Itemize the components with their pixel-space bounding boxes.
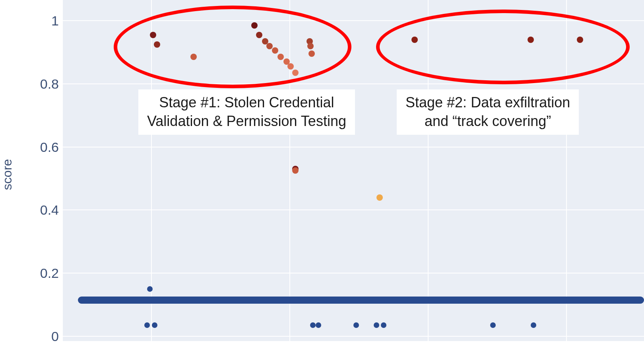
stage2-line2: and “track covering”: [425, 113, 551, 129]
y-tick-0.4: 0.4: [40, 202, 59, 218]
y-tick-0.2: 0.2: [40, 266, 59, 281]
baseline-dense-band: [78, 297, 644, 304]
data-point: [316, 322, 321, 328]
stage1-line1: Stage #1: Stolen Credential: [159, 94, 334, 111]
y-tick-0.8: 0.8: [40, 76, 59, 92]
data-point: [531, 322, 536, 328]
data-point: [310, 322, 316, 328]
y-tick-1: 1: [51, 13, 59, 29]
data-point: [147, 286, 153, 292]
stage1-annotation: Stage #1: Stolen Credential Validation &…: [138, 89, 355, 135]
stage2-annotation: Stage #2: Data exfiltration and “track c…: [397, 89, 579, 135]
data-point: [353, 322, 359, 328]
data-point: [381, 322, 386, 328]
stage2-line1: Stage #2: Data exfiltration: [405, 94, 570, 111]
plot-area: Stage #1: Stolen Credential Validation &…: [63, 0, 644, 341]
stage1-ellipse: [114, 6, 351, 88]
scatter-chart: score 0 0.2 0.4 0.6 0.8 1 Stage #1: Stol…: [0, 0, 644, 349]
data-point: [292, 167, 299, 174]
data-point: [152, 322, 157, 328]
y-axis-label: score: [0, 159, 15, 190]
stage2-ellipse: [376, 10, 630, 84]
y-tick-0.6: 0.6: [40, 140, 59, 155]
data-point: [144, 322, 150, 328]
data-point: [490, 322, 496, 328]
stage1-line2: Validation & Permission Testing: [147, 113, 346, 129]
data-point: [374, 322, 379, 328]
y-tick-0: 0: [51, 329, 59, 344]
data-point: [376, 194, 383, 201]
